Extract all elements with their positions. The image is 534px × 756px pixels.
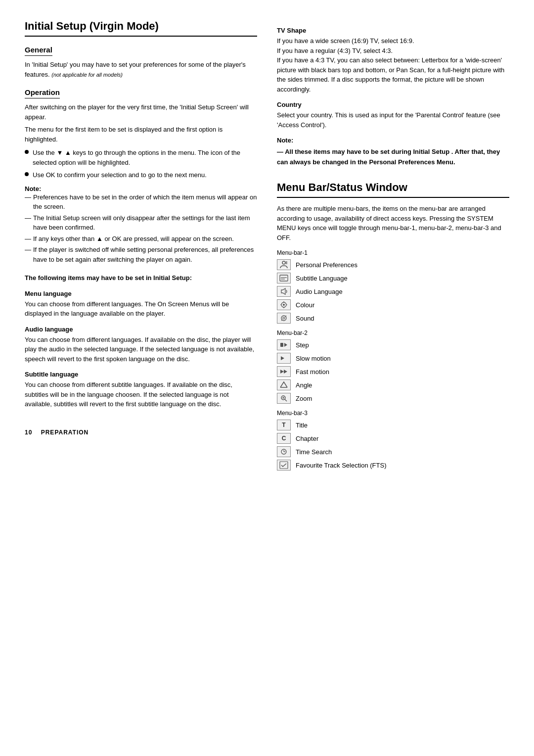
operation-note: Note: — Preferences have to be set in th… — [25, 185, 257, 265]
menu-bar-3-label: Menu-bar-3 — [277, 409, 509, 418]
fast-motion-label: Fast motion — [296, 368, 329, 376]
menu-item-subtitle-lang: Subtitle Language — [277, 273, 509, 284]
menu-bar-2-items: Step Slow motion — [277, 339, 509, 404]
subtitle-language-title: Subtitle language — [25, 371, 257, 378]
general-title: General — [25, 46, 52, 56]
colour-icon — [277, 299, 291, 310]
right-column: TV Shape If you have a wide screen (16:9… — [277, 20, 509, 473]
following-heading: The following items may have to be set i… — [25, 273, 257, 283]
sound-icon — [277, 313, 291, 324]
personal-prefs-label: Personal Preferences — [296, 261, 357, 269]
menu-item-colour: Colour — [277, 299, 509, 310]
svg-rect-30 — [280, 462, 288, 469]
right-note-label: Note: — [277, 137, 293, 144]
tv-shape-body: If you have a wide screen (16:9) TV, sel… — [277, 36, 509, 94]
following-items-section: The following items may have to be set i… — [25, 273, 257, 409]
angle-icon — [277, 379, 291, 390]
step-icon — [277, 339, 291, 350]
menu-item-personal-prefs: Personal Preferences — [277, 259, 509, 270]
menu-bar-2-label: Menu-bar-2 — [277, 329, 509, 337]
note-item-4: — If the player is switched off while se… — [25, 245, 257, 264]
chapter-label: Chapter — [296, 435, 318, 442]
note-text-2: The Initial Setup screen will only disap… — [33, 213, 257, 233]
menu-item-audio-lang: Audio Language — [277, 286, 509, 297]
operation-title: Operation — [25, 88, 60, 98]
subtitle-lang-icon — [277, 273, 291, 284]
svg-line-16 — [281, 320, 282, 321]
general-body-italic: (not applicable for all models) — [51, 72, 123, 78]
operation-para1: After switching on the player for the ve… — [25, 102, 257, 122]
subtitle-language-body: You can choose from different subtitle l… — [25, 380, 257, 409]
menu-item-zoom: Zoom — [277, 393, 509, 404]
menu-bar-main-title: Menu Bar/Status Window — [277, 181, 509, 198]
right-note-body: — All these items may have to be set dur… — [277, 147, 509, 168]
svg-marker-20 — [280, 370, 284, 374]
audio-language-title: Audio language — [25, 326, 257, 333]
title-icon: T — [277, 420, 291, 430]
subtitle-lang-label: Subtitle Language — [296, 275, 348, 282]
menu-item-step: Step — [277, 339, 509, 350]
title-label: Title — [296, 422, 308, 429]
slow-motion-label: Slow motion — [296, 355, 331, 362]
angle-label: Angle — [296, 381, 312, 389]
country-title: Country — [277, 101, 509, 108]
audio-language-body: You can choose from different languages.… — [25, 335, 257, 364]
main-title: Initial Setup (Virgin Mode) — [25, 20, 257, 37]
personal-prefs-icon — [277, 259, 291, 270]
note-text-1: Preferences have to be set in the order … — [33, 192, 257, 212]
step-label: Step — [296, 341, 309, 349]
bullet-dot-2 — [25, 172, 29, 176]
zoom-icon — [277, 393, 291, 404]
note-text-3: If any keys other than ▲ or OK are press… — [33, 234, 234, 244]
audio-lang-label: Audio Language — [296, 288, 343, 295]
svg-marker-19 — [281, 356, 284, 360]
svg-rect-4 — [280, 275, 288, 281]
svg-marker-18 — [284, 343, 287, 347]
menu-item-fast-motion: Fast motion — [277, 366, 509, 377]
svg-marker-21 — [284, 370, 287, 374]
fts-icon — [277, 460, 291, 471]
right-note: Note: — All these items may have to be s… — [277, 136, 509, 167]
menu-item-slow-motion: Slow motion — [277, 353, 509, 364]
note-text-4: If the player is switched off while sett… — [33, 245, 257, 264]
menu-item-time-search: Time Search — [277, 446, 509, 457]
menu-item-angle: Angle — [277, 379, 509, 390]
page-layout: Initial Setup (Virgin Mode) General In '… — [25, 20, 509, 473]
bullet-item-2: Use OK to confirm your selection and to … — [25, 170, 257, 180]
menu-bar-3-items: T Title C Chapter Time Search — [277, 420, 509, 471]
audio-lang-icon — [277, 286, 291, 297]
menu-bar-1-label: Menu-bar-1 — [277, 248, 509, 257]
general-body: In 'Initial Setup' you may have to set y… — [25, 60, 257, 79]
bullet-dot-1 — [25, 150, 29, 154]
colour-label: Colour — [296, 301, 314, 309]
footer-section: Preparation — [41, 429, 89, 436]
chapter-icon: C — [277, 433, 291, 444]
svg-line-15 — [285, 316, 286, 317]
menu-bar-section: Menu Bar/Status Window As there are mult… — [277, 181, 509, 471]
menu-item-chapter: C Chapter — [277, 433, 509, 444]
fts-label: Favourite Track Selection (FTS) — [296, 462, 387, 469]
note-item-1: — Preferences have to be set in the orde… — [25, 192, 257, 212]
menu-item-sound: Sound — [277, 313, 509, 324]
general-section: General In 'Initial Setup' you may have … — [25, 46, 257, 79]
svg-point-14 — [283, 317, 285, 319]
note-item-2: — The Initial Setup screen will only dis… — [25, 213, 257, 233]
bullet-text-2: Use OK to confirm your selection and to … — [33, 170, 207, 180]
operation-para2: The menu for the first item to be set is… — [25, 125, 257, 144]
page-number: 10 — [25, 429, 32, 436]
bullet-item-1: Use the ▼ ▲ keys to go through the optio… — [25, 148, 257, 167]
operation-bullets: Use the ▼ ▲ keys to go through the optio… — [25, 148, 257, 180]
page-footer: 10 Preparation — [25, 429, 257, 436]
tv-shape-title: TV Shape — [277, 27, 509, 34]
left-column: Initial Setup (Virgin Mode) General In '… — [25, 20, 257, 473]
slow-motion-icon — [277, 353, 291, 364]
country-body: Select your country. This is used as inp… — [277, 110, 509, 130]
operation-section: Operation After switching on the player … — [25, 88, 257, 264]
tv-shape-section: TV Shape If you have a wide screen (16:9… — [277, 27, 509, 94]
menu-language-body: You can choose from different languages.… — [25, 299, 257, 319]
time-search-icon — [277, 446, 291, 457]
fast-motion-icon — [277, 366, 291, 377]
sound-label: Sound — [296, 315, 314, 322]
time-search-label: Time Search — [296, 448, 332, 456]
note-item-3: — If any keys other than ▲ or OK are pre… — [25, 234, 257, 244]
